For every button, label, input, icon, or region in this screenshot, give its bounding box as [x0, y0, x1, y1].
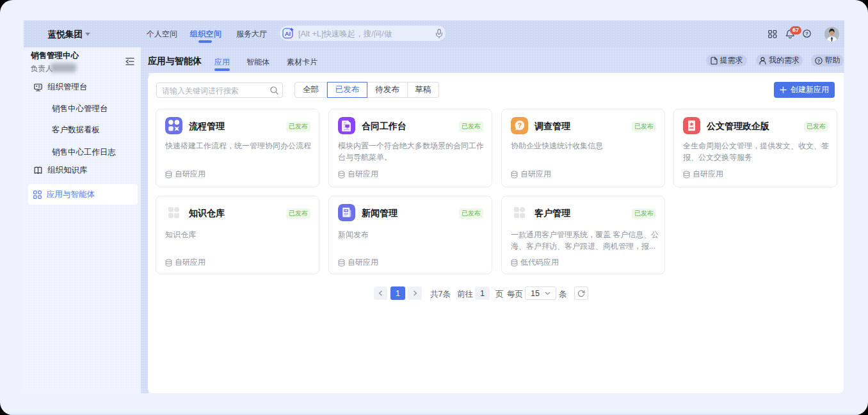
svg-text:?: ? — [817, 58, 820, 63]
svg-text:?: ? — [517, 121, 522, 129]
svg-text:AI: AI — [285, 30, 291, 37]
svg-text:?: ? — [805, 31, 808, 36]
